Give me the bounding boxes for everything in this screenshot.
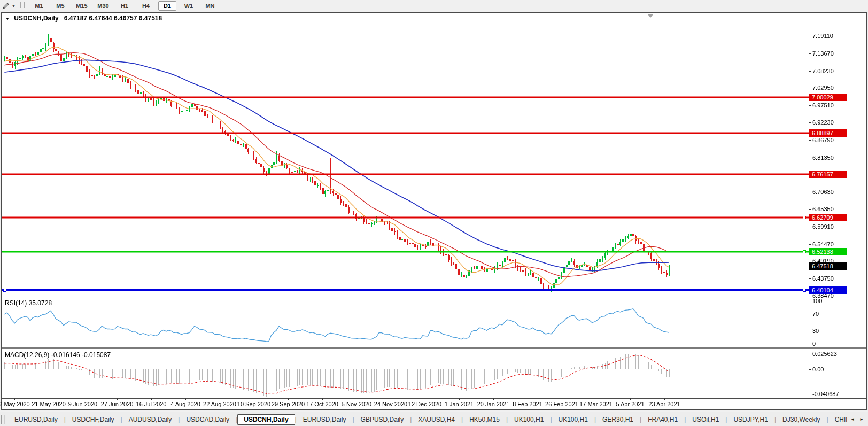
date-axis-label: 16 Jul 2020 (136, 401, 167, 407)
draw-tool-button[interactable]: ▼ (0, 2, 18, 10)
price-level-label-6.88897: 6.88897 (809, 129, 847, 137)
date-axis-label: 9 Jun 2020 (68, 401, 97, 407)
tabbar-grip (1, 415, 5, 424)
collapse-arrow-icon[interactable]: ▼ (5, 17, 10, 21)
tab-USDCAD-Daily[interactable]: USDCAD,Daily (180, 414, 236, 425)
rsi-axis-label: 70 (812, 311, 819, 317)
chart-shift-marker-icon[interactable] (648, 14, 653, 18)
chart-title: ▼ USDCNH,Daily 6.47187 6.47644 6.46757 6… (5, 14, 162, 22)
price-axis-label: 6.70630 (812, 189, 834, 195)
tab-FRA40-H1[interactable]: FRA40,H1 (641, 414, 684, 425)
chart-canvas[interactable] (0, 0, 868, 426)
tab-scroll-right-icon[interactable]: ► (859, 417, 864, 422)
tab-scroll-left-icon[interactable]: ◄ (850, 417, 855, 422)
price-level-label-6.62709: 6.62709 (809, 214, 847, 221)
timeframe-button-M1[interactable]: M1 (30, 1, 48, 11)
price-axis-label: 7.08230 (812, 68, 834, 74)
date-axis-label: 23 Apr 2021 (648, 401, 680, 407)
tab-USOil-H1[interactable]: USOil,H1 (686, 414, 725, 425)
price-axis-label: 7.19110 (812, 33, 833, 39)
draw-cursor-icon (2, 2, 10, 10)
tab-USDJPY-H1[interactable]: USDJPY,H1 (727, 414, 774, 425)
date-axis-label: 24 Nov 2020 (374, 401, 407, 407)
date-axis-label: 8 Feb 2021 (513, 401, 542, 407)
tab-UK100-H1[interactable]: UK100,H1 (552, 414, 594, 425)
date-axis-label: 26 Feb 2021 (545, 401, 578, 407)
tab-HK50-M15[interactable]: HK50,M15 (463, 414, 506, 425)
date-axis-label: 17 Oct 2020 (306, 401, 338, 407)
price-level-label-7.00029: 7.00029 (809, 94, 847, 101)
date-axis-label: 17 Mar 2021 (579, 401, 613, 407)
price-level-label-6.40104: 6.40104 (809, 286, 847, 294)
rsi-axis-label: 30 (812, 328, 819, 334)
tab-XAUUSD-H4[interactable]: XAUUSD,H4 (412, 414, 461, 425)
date-axis-label: 2 May 2020 (0, 401, 30, 407)
price-level-label-6.52138: 6.52138 (809, 248, 847, 255)
price-axis-label: 6.54470 (812, 241, 834, 247)
price-axis-label: 6.81350 (812, 154, 834, 161)
timeframe-button-D1[interactable]: D1 (158, 1, 176, 11)
price-axis-label: 6.92230 (812, 119, 834, 126)
tab-EURUSD-Daily[interactable]: EURUSD,Daily (297, 414, 353, 425)
chart-ohlc-values: 6.47187 6.47644 6.46757 6.47518 (64, 14, 162, 22)
timeframe-button-M15[interactable]: M15 (73, 1, 91, 11)
macd-axis-label: 0.025623 (812, 351, 837, 357)
date-axis-label: 5 Nov 2020 (342, 401, 371, 407)
current-price-label: 6.47518 (809, 262, 847, 270)
rsi-axis-label: 0 (812, 340, 816, 347)
toolbar-grip[interactable] (20, 2, 25, 10)
date-axis-label: 1 Jan 2021 (445, 401, 474, 407)
tab-UK100-H1[interactable]: UK100,H1 (508, 414, 550, 425)
date-axis-label: 29 Sep 2020 (272, 401, 305, 407)
chart-symbol-label: USDCNH,Daily (14, 14, 58, 22)
symbol-tabbar: EURUSD,Daily|USDCHF,Daily|AUDUSD,Daily|U… (0, 412, 868, 426)
date-axis-label: 5 Apr 2021 (616, 401, 644, 407)
price-axis-label: 7.02950 (812, 84, 834, 91)
date-axis-label: 27 Jun 2020 (101, 401, 134, 407)
rsi-axis-label: 100 (812, 298, 822, 304)
timeframe-button-M30[interactable]: M30 (94, 1, 112, 11)
tab-DJ30-Weekly[interactable]: DJ30,Weekly (776, 414, 826, 425)
timeframe-button-W1[interactable]: W1 (180, 1, 198, 11)
date-axis-label: 10 Sep 2020 (237, 401, 270, 407)
macd-label: MACD(12,26,9) -0.016146 -0.015087 (5, 351, 111, 359)
price-axis-label: 6.59910 (812, 223, 834, 230)
tab-GBPUSD-Daily[interactable]: GBPUSD,Daily (354, 414, 410, 425)
price-level-label-6.76157: 6.76157 (809, 171, 847, 178)
tab-scroll-arrows: ◄ ► (847, 413, 868, 425)
date-axis-label: 22 Aug 2020 (203, 401, 236, 407)
macd-axis-label: 0.00 (812, 366, 824, 373)
price-axis-label: 6.86790 (812, 137, 834, 143)
date-axis-label: 21 May 2020 (32, 401, 66, 407)
tab-GER30-H1[interactable]: GER30,H1 (596, 414, 640, 425)
tab-AUDUSD-Daily[interactable]: AUDUSD,Daily (122, 414, 179, 425)
dropdown-caret-icon: ▼ (12, 4, 15, 8)
timeframe-buttons: M1M5M15M30H1H4D1W1MN (30, 1, 222, 11)
date-axis-label: 4 Aug 2020 (170, 401, 200, 407)
timeframe-button-H4[interactable]: H4 (137, 1, 155, 11)
timeframe-button-MN[interactable]: MN (201, 1, 219, 11)
price-axis-label: 6.43750 (812, 275, 834, 282)
timeframe-button-M5[interactable]: M5 (51, 1, 69, 11)
tab-USDCHF-Daily[interactable]: USDCHF,Daily (66, 414, 121, 425)
tab-USDCNH-Daily[interactable]: USDCNH,Daily (237, 414, 294, 425)
price-axis-label: 7.13670 (812, 50, 834, 57)
price-axis-label: 6.65350 (812, 206, 834, 212)
tab-EURUSD-Daily[interactable]: EURUSD,Daily (8, 414, 64, 425)
rsi-label: RSI(14) 35.0728 (5, 299, 52, 307)
timeframe-button-H1[interactable]: H1 (115, 1, 134, 11)
macd-axis-label: -0.040687 (812, 391, 839, 397)
date-axis-label: 12 Dec 2020 (408, 401, 441, 407)
symbol-tabs: EURUSD,Daily|USDCHF,Daily|AUDUSD,Daily|U… (8, 413, 868, 425)
mt4-terminal: ▼ M1M5M15M30H1H4D1W1MN ▼ USDCNH,Daily 6.… (0, 0, 868, 426)
date-axis-label: 20 Jan 2021 (477, 401, 510, 407)
price-axis-label: 6.97510 (812, 102, 834, 109)
timeframe-toolbar: ▼ M1M5M15M30H1H4D1W1MN (0, 0, 868, 12)
